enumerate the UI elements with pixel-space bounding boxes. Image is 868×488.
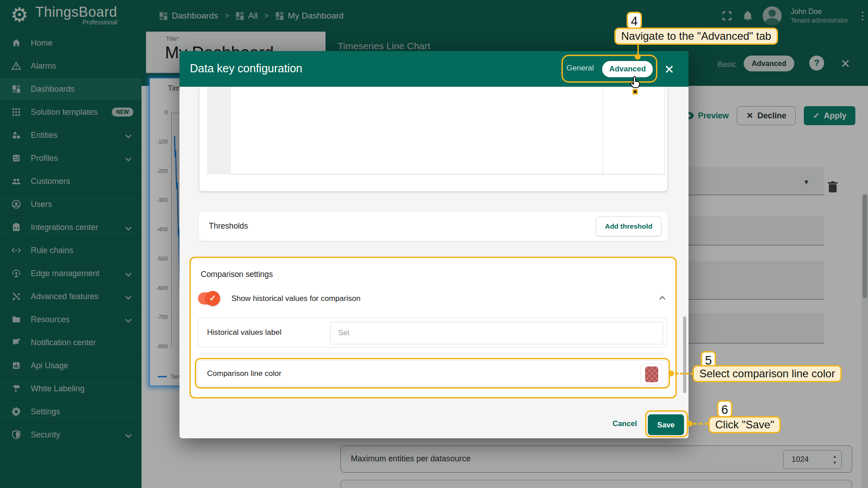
- editor-gutter: [207, 87, 231, 174]
- show-historical-label: Show historical values for comparison: [231, 294, 360, 303]
- editor-right-border: [665, 87, 665, 174]
- historical-values-row: Historical values label Set: [198, 318, 667, 347]
- comparison-settings-heading: Comparison settings: [201, 270, 273, 279]
- chevron-up-icon[interactable]: [659, 294, 666, 301]
- historical-values-placeholder: Set: [338, 328, 349, 337]
- code-editor[interactable]: [207, 87, 665, 174]
- comparison-color-picker[interactable]: [641, 363, 662, 385]
- step-5-dot: [668, 371, 674, 376]
- comparison-line-color-label: Comparison line color: [207, 369, 281, 378]
- tab-general[interactable]: General: [566, 64, 594, 73]
- step-6-badge: 6: [717, 400, 732, 418]
- thresholds-label: Thresholds: [209, 221, 248, 231]
- step-6-connector: [693, 423, 708, 425]
- cancel-button[interactable]: Cancel: [613, 419, 637, 428]
- screen: Timeseries Line Chart Basic Advanced ? ✕…: [0, 0, 868, 488]
- historical-values-input[interactable]: Set: [330, 322, 663, 344]
- cursor-pointer-icon: [628, 76, 642, 91]
- step-4-badge: 4: [627, 12, 642, 29]
- step-4-dot: [635, 54, 641, 60]
- comparison-line-color-row: Comparison line color: [198, 360, 667, 387]
- dialog-header: Data key configuration General Advanced …: [179, 51, 689, 87]
- toggle-check-icon: ✓: [205, 291, 220, 306]
- add-threshold-button[interactable]: Add threshold: [596, 216, 661, 236]
- step-5-tooltip: Select comparison line color: [693, 365, 842, 382]
- show-historical-toggle[interactable]: ✓: [198, 292, 219, 305]
- dialog-title: Data key configuration: [190, 62, 302, 75]
- save-button[interactable]: Save: [648, 414, 684, 435]
- historical-values-label: Historical values label: [207, 328, 281, 337]
- thresholds-section: Thresholds Add threshold: [199, 212, 668, 241]
- tab-advanced[interactable]: Advanced: [602, 61, 653, 77]
- dialog-scrollbar-thumb[interactable]: [683, 316, 686, 393]
- step-4-tooltip: Navigate to the "Advanced" tab: [614, 28, 778, 45]
- dialog-close-icon[interactable]: ✕: [664, 62, 675, 77]
- step-6-dot: [687, 421, 693, 427]
- editor-divider: [603, 87, 603, 174]
- advanced-editor-card: [199, 87, 668, 192]
- step-6-tooltip: Click "Save": [708, 416, 781, 433]
- data-key-configuration-dialog: Data key configuration General Advanced …: [179, 51, 689, 438]
- color-swatch: [645, 366, 658, 382]
- comparison-settings-section: Comparison settings ✓ Show historical va…: [191, 258, 676, 398]
- step-5-connector: [675, 373, 694, 375]
